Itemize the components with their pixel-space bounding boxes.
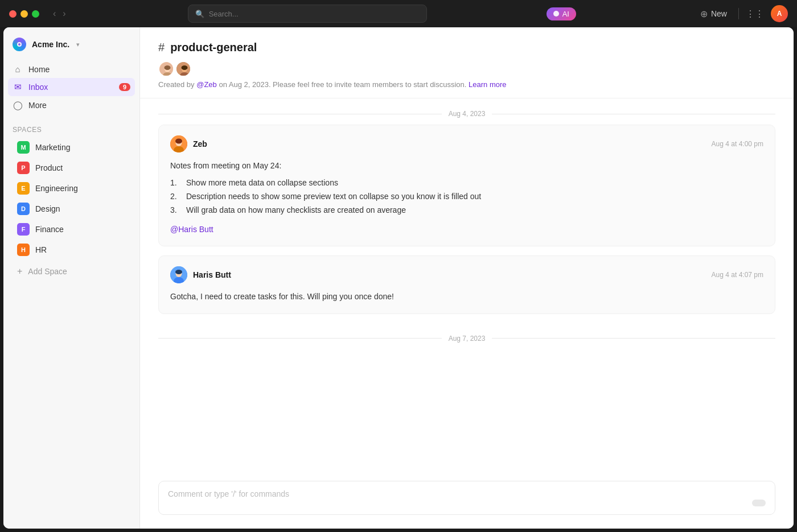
search-bar[interactable]: 🔍 Search... [188, 5, 427, 23]
message-zeb: Zeb Aug 4 at 4:00 pm Notes from meeting … [158, 125, 775, 246]
main-layout: Acme Inc. ▾ ⌂ Home ✉ Inbox 9 ◯ More Spac… [3, 27, 794, 529]
msg-time-haris: Aug 4 at 4:07 pm [712, 271, 763, 279]
author-name-zeb: Zeb [193, 139, 207, 149]
workspace-logo [13, 38, 26, 51]
message-haris: Haris Butt Aug 4 at 4:07 pm Gotcha, I ne… [158, 255, 775, 314]
divider-label-aug7: Aug 7, 2023 [449, 335, 486, 343]
grid-icon[interactable]: ⋮⋮ [746, 9, 764, 19]
more-icon: ◯ [13, 100, 23, 110]
close-window-btn[interactable] [9, 10, 17, 18]
sidebar-more-label: More [28, 101, 47, 110]
channel-desc-prefix: Created by [158, 80, 196, 89]
ai-label: AI [562, 10, 569, 18]
search-icon: 🔍 [195, 10, 204, 18]
messages-area: Aug 4, 2023 Z [140, 98, 794, 472]
space-label-design: Design [35, 204, 60, 213]
sidebar-space-product[interactable]: P Product [8, 158, 135, 178]
topbar-divider [738, 8, 739, 19]
sidebar-home-label: Home [28, 65, 50, 74]
message-header-zeb: Zeb Aug 4 at 4:00 pm [170, 135, 763, 152]
avatar-zeb [170, 135, 187, 152]
msg-mention-zeb: @Haris Butt [170, 223, 763, 236]
divider-line-aug7-2 [492, 338, 775, 339]
sidebar-item-home[interactable]: ⌂ Home [8, 60, 135, 78]
new-label: New [711, 9, 727, 18]
date-divider-aug7: Aug 7, 2023 [158, 323, 775, 349]
member-avatar-2 [175, 61, 191, 77]
msg-notes-heading: Notes from meeting on May 24: [170, 159, 763, 172]
member-avatar-1 [158, 61, 174, 77]
nav-arrows: ‹ › [51, 7, 68, 20]
space-badge-product: P [17, 162, 30, 174]
workspace-header[interactable]: Acme Inc. ▾ [3, 27, 139, 58]
plus-circle-icon: ⊕ [700, 9, 708, 19]
space-badge-marketing: M [17, 141, 30, 154]
channel-desc-date: on Aug 2, 2023. Please feel free to invi… [217, 80, 469, 89]
forward-arrow[interactable]: › [60, 7, 68, 20]
add-space-label: Add Space [28, 267, 67, 276]
mention-haris[interactable]: @Haris Butt [170, 225, 213, 234]
minimize-window-btn[interactable] [20, 10, 28, 18]
msg-body-zeb: Notes from meeting on May 24: 1. Show mo… [170, 159, 763, 236]
comment-input-wrap[interactable]: Comment or type '/' for commands [158, 481, 775, 515]
send-button[interactable] [752, 500, 766, 506]
channel-avatars-row [158, 61, 775, 77]
svg-point-3 [165, 65, 171, 70]
add-space-button[interactable]: + Add Space [8, 262, 135, 281]
space-label-product: Product [35, 163, 63, 172]
content-area: # product-general [140, 27, 794, 529]
window-controls [9, 10, 39, 18]
date-divider-aug4: Aug 4, 2023 [158, 98, 775, 125]
list-item-2: 2. Description needs to show some previe… [170, 190, 763, 204]
ai-dot [553, 11, 559, 17]
space-label-engineering: Engineering [35, 184, 78, 193]
plus-icon: + [17, 266, 22, 277]
comment-area: Comment or type '/' for commands [140, 472, 794, 529]
sidebar-space-hr[interactable]: H HR [8, 240, 135, 260]
svg-point-7 [182, 65, 188, 70]
search-placeholder: Search... [209, 10, 239, 18]
ai-button[interactable]: AI [547, 7, 576, 20]
channel-desc-author[interactable]: @Zeb [196, 80, 217, 89]
sidebar-space-design[interactable]: D Design [8, 199, 135, 219]
channel-header: # product-general [140, 27, 794, 98]
channel-title-row: # product-general [158, 41, 775, 54]
sidebar-space-finance[interactable]: F Finance [8, 219, 135, 240]
sidebar-space-marketing[interactable]: M Marketing [8, 137, 135, 158]
inbox-badge: 9 [119, 83, 130, 91]
hash-icon: # [158, 41, 165, 54]
divider-line-2 [492, 114, 775, 114]
message-author-haris: Haris Butt [170, 266, 231, 283]
space-label-hr: HR [35, 245, 47, 254]
svg-point-15 [175, 270, 182, 274]
sidebar-nav: ⌂ Home ✉ Inbox 9 ◯ More [3, 58, 139, 117]
list-item-1: 1. Show more meta data on collapse secti… [170, 176, 763, 190]
user-avatar[interactable]: A [771, 5, 788, 22]
topbar: ‹ › 🔍 Search... AI ⊕ New ⋮⋮ A [0, 0, 797, 27]
topbar-right: ⊕ New ⋮⋮ A [696, 5, 788, 22]
new-button[interactable]: ⊕ New [696, 6, 732, 22]
workspace-chevron-icon: ▾ [76, 41, 80, 48]
message-header-haris: Haris Butt Aug 4 at 4:07 pm [170, 266, 763, 283]
inbox-icon: ✉ [13, 82, 23, 92]
back-arrow[interactable]: ‹ [51, 7, 58, 20]
msg-time-zeb: Aug 4 at 4:00 pm [712, 140, 763, 148]
sidebar-item-more[interactable]: ◯ More [8, 96, 135, 114]
msg-text-haris: Gotcha, I need to create tasks for this.… [170, 292, 394, 301]
divider-line [158, 114, 442, 114]
maximize-window-btn[interactable] [32, 10, 39, 18]
spaces-section-label: Spaces [3, 117, 139, 137]
sidebar-item-inbox[interactable]: ✉ Inbox 9 [8, 78, 135, 96]
sidebar: Acme Inc. ▾ ⌂ Home ✉ Inbox 9 ◯ More Spac… [3, 27, 140, 529]
workspace-name: Acme Inc. [32, 40, 69, 49]
channel-description: Created by @Zeb on Aug 2, 2023. Please f… [158, 80, 775, 89]
channel-name: product-general [170, 41, 257, 54]
sidebar-space-engineering[interactable]: E Engineering [8, 178, 135, 199]
space-label-finance: Finance [35, 225, 64, 234]
comment-placeholder: Comment or type '/' for commands [168, 489, 289, 498]
learn-more-link[interactable]: Learn more [469, 80, 506, 89]
msg-body-haris: Gotcha, I need to create tasks for this.… [170, 290, 763, 303]
home-icon: ⌂ [13, 64, 23, 74]
space-badge-hr: H [17, 244, 30, 256]
list-item-3: 3. Will grab data on how many checklists… [170, 204, 763, 217]
